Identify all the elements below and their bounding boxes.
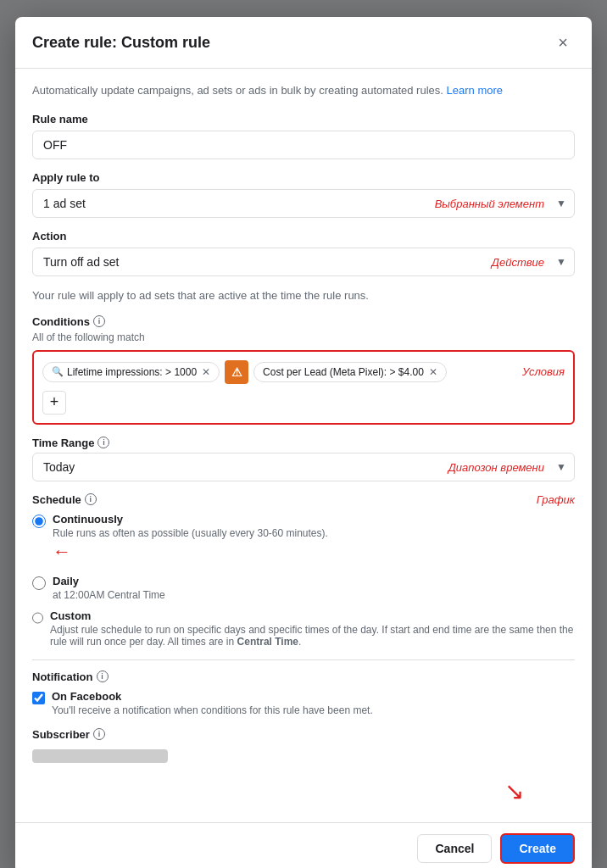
apply-rule-label: Apply rule to [32,171,575,184]
schedule-continuously-row: Continuously Rule runs as often as possi… [32,513,575,539]
footer-arrow-area: ↘ [32,777,575,805]
schedule-daily-radio[interactable] [32,576,46,590]
notification-facebook-sub: You'll receive a notification when condi… [52,704,373,716]
rule-name-input[interactable] [32,131,575,159]
schedule-custom-item: Custom Adjust rule schedule to run on sp… [32,609,575,648]
schedule-continuously-radio[interactable] [32,515,46,528]
schedule-continuously-label: Continuously [53,513,328,526]
create-rule-modal: Create rule: Custom rule × Automatically… [15,17,592,868]
notification-title: Notification i [32,670,575,683]
conditions-info-icon: i [93,315,105,327]
modal-body: Automatically update campaigns, ad sets … [15,69,592,822]
condition-1-pill[interactable]: 🔍 Lifetime impressions: > 1000 ✕ [42,362,220,382]
condition-2-text: Cost per Lead (Meta Pixel): > $4.00 [263,366,424,378]
time-range-select[interactable]: Today [32,453,575,481]
conditions-annotation: Условия [522,365,565,378]
arrow-left-icon: ← [53,541,71,563]
modal-title: Create rule: Custom rule [32,34,210,52]
conditions-group: Conditions i All of the following match … [32,315,575,425]
close-button[interactable]: × [551,31,575,54]
schedule-daily-item: Daily at 12:00AM Central Time [32,575,575,601]
add-condition-button[interactable]: + [42,391,66,415]
notification-facebook-checkbox[interactable] [32,692,45,704]
match-description: All of the following match [32,331,575,343]
notification-facebook-item: On Facebook You'll receive a notificatio… [32,690,575,716]
rule-apply-description: Your rule will apply to ad sets that are… [32,288,575,303]
action-select-wrapper: Turn off ad set Действие ▼ [32,248,575,276]
schedule-section: Schedule i График Continuously Rule runs… [32,493,575,648]
time-range-select-wrapper: Today Диапозон времени ▼ [32,453,575,481]
footer-down-arrow-icon: ↘ [504,777,524,805]
time-range-info-icon: i [97,437,109,448]
schedule-daily-label: Daily [53,575,165,587]
schedule-daily-sub: at 12:00AM Central Time [53,589,165,601]
subscriber-title: Subscriber i [32,728,575,741]
conditions-title: Conditions i [32,315,575,328]
warning-icon: ⚠ [231,365,242,379]
condition-1-close-icon[interactable]: ✕ [202,366,210,378]
rule-name-label: Rule name [32,113,575,125]
condition-separator: ⚠ [225,360,248,384]
notification-info-icon: i [97,670,109,682]
condition-2-close-icon[interactable]: ✕ [429,366,437,378]
schedule-info-icon: i [85,493,97,505]
apply-rule-group: Apply rule to 1 ad set Выбранный элемент… [32,171,575,218]
action-group: Action Turn off ad set Действие ▼ [32,230,575,276]
schedule-custom-radio[interactable] [32,611,43,625]
schedule-annotation: График [537,493,575,506]
conditions-box: 🔍 Lifetime impressions: > 1000 ✕ ⚠ Cost … [32,350,575,425]
action-label: Action [32,230,575,242]
schedule-radio-group: Continuously Rule runs as often as possi… [32,513,575,648]
search-icon: 🔍 [52,366,64,377]
cancel-button[interactable]: Cancel [417,834,492,863]
condition-1-text: Lifetime impressions: > 1000 [67,366,197,378]
apply-rule-select[interactable]: 1 ad set [32,189,575,218]
action-select[interactable]: Turn off ad set [32,248,575,276]
notification-section: Notification i On Facebook You'll receiv… [32,670,575,716]
modal-header: Create rule: Custom rule × [15,17,592,69]
condition-2-pill[interactable]: Cost per Lead (Meta Pixel): > $4.00 ✕ [253,362,447,382]
subscriber-blurred-value [32,749,168,763]
time-range-title: Time Range i [32,437,575,449]
subscriber-section: Subscriber i [32,728,575,765]
time-range-group: Time Range i Today Диапозон времени ▼ [32,437,575,481]
add-condition-row: + [42,391,565,415]
learn-more-link[interactable]: Learn more [447,84,503,97]
schedule-custom-label: Custom [50,609,575,622]
schedule-arrow-annotation: ← [53,541,575,563]
apply-rule-select-wrapper: 1 ad set Выбранный элемент ▼ [32,189,575,218]
rule-name-group: Rule name [32,113,575,159]
subscriber-info-icon: i [93,728,105,740]
schedule-continuously-sub: Rule runs as often as possible (usually … [53,527,328,539]
create-button[interactable]: Create [500,833,575,864]
schedule-custom-sub: Adjust rule schedule to run on specific … [50,624,575,648]
description-text: Automatically update campaigns, ad sets … [32,82,575,99]
notification-facebook-label: On Facebook [52,690,373,703]
divider-1 [32,659,575,660]
schedule-continuously-item: Continuously Rule runs as often as possi… [32,513,575,566]
schedule-title: Schedule i График [32,493,575,506]
modal-footer: Cancel Create [15,822,592,868]
conditions-row: 🔍 Lifetime impressions: > 1000 ✕ ⚠ Cost … [42,360,565,384]
